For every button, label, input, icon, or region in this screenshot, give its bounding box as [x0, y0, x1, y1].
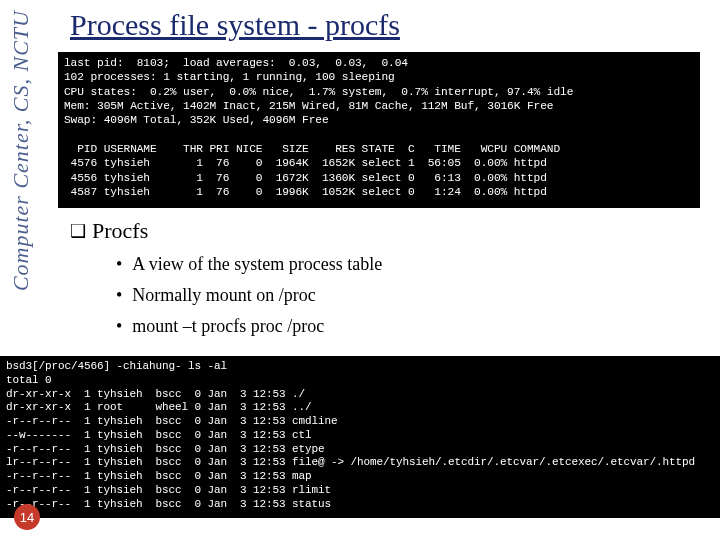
- terminal-ls-output: bsd3[/proc/4566] -chiahung- ls -al total…: [0, 356, 720, 518]
- section-heading: ❑Procfs: [70, 218, 148, 244]
- section-heading-text: Procfs: [92, 218, 148, 243]
- page-title: Process file system - procfs: [70, 8, 400, 42]
- bullet-item: Normally mount on /proc: [116, 285, 382, 306]
- page-number-badge: 14: [14, 504, 40, 530]
- bullet-square-icon: ❑: [70, 220, 86, 242]
- terminal-top-output: last pid: 8103; load averages: 0.03, 0.0…: [58, 52, 700, 208]
- sidebar-org-label: Computer Center, CS, NCTU: [8, 10, 34, 291]
- bullet-item: A view of the system process table: [116, 254, 382, 275]
- bullet-list: A view of the system process table Norma…: [116, 254, 382, 347]
- bullet-item: mount –t procfs proc /proc: [116, 316, 382, 337]
